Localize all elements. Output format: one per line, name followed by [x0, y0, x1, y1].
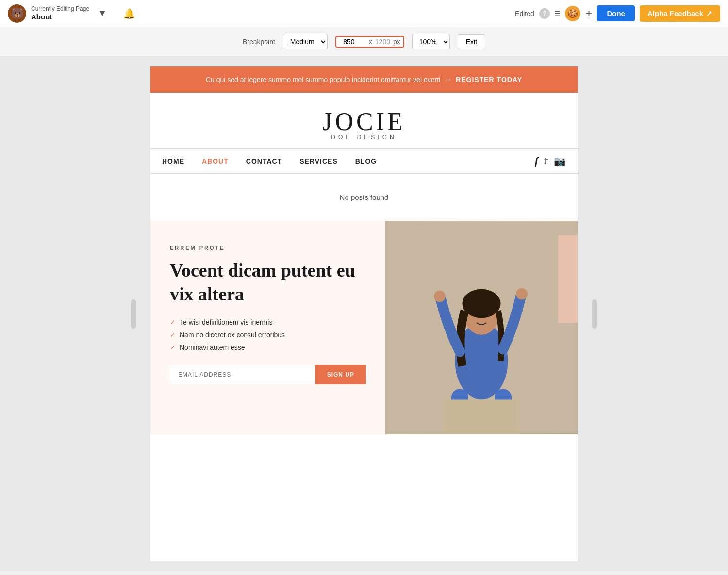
hero-image-placeholder [385, 221, 578, 434]
logo-sub: DOE DESIGN [160, 134, 568, 141]
nav-social: f 𝕥 📷 [535, 155, 566, 167]
svg-point-8 [475, 313, 479, 317]
svg-point-9 [484, 313, 488, 317]
promo-banner: Cu qui sed at legere summo mel summo pop… [150, 66, 578, 93]
width-input[interactable] [339, 38, 366, 46]
signup-button[interactable]: SIGN UP [315, 365, 366, 384]
no-posts-message: No posts found [150, 174, 578, 221]
top-bar-right: Edited ? ≡ 🍪 + Done Alpha Feedback ↗ [515, 5, 720, 22]
nav-services[interactable]: SERVICES [299, 157, 338, 165]
edited-status: Edited [515, 10, 534, 17]
height-value: 1200 [375, 38, 390, 46]
nav-about[interactable]: ABOUT [202, 157, 229, 165]
user-avatar[interactable]: 🍪 [565, 6, 580, 21]
hero-illustration [385, 221, 578, 434]
hero-left: ERREM PROTE Vocent dicam putent eu vix a… [150, 221, 385, 434]
page-title-group: Currently Editing Page About [31, 5, 89, 21]
hero-heading: Vocent dicam putent eu vix altera [170, 259, 366, 307]
breakpoint-label: Breakpoint [243, 38, 275, 46]
check-icon: ✓ [170, 318, 176, 326]
add-button[interactable]: + [585, 7, 592, 20]
register-link[interactable]: REGISTER TODAY [456, 76, 522, 83]
menu-button[interactable]: ≡ [555, 8, 561, 19]
canvas-area: Cu qui sed at legere summo mel summo pop… [0, 57, 728, 571]
alpha-feedback-button[interactable]: Alpha Feedback ↗ [640, 5, 720, 22]
nav-contact[interactable]: CONTACT [246, 157, 282, 165]
hero-section: ERREM PROTE Vocent dicam putent eu vix a… [150, 221, 578, 434]
plus-icon: + [585, 7, 592, 20]
zoom-select[interactable]: 100% 75% 50% [412, 34, 450, 49]
checklist-item-1-text: Te wisi definitionem vis inermis [180, 318, 272, 326]
bell-icon: 🔔 [123, 8, 135, 19]
cookie-icon: 🍪 [567, 8, 578, 19]
exit-button[interactable]: Exit [458, 34, 485, 49]
alpha-feedback-label: Alpha Feedback [647, 9, 703, 17]
logo-area: JOCIE DOE DESIGN [150, 93, 578, 148]
breakpoint-select[interactable]: Medium Small Large [283, 34, 328, 49]
scroll-handle-right[interactable] [592, 299, 597, 329]
facebook-icon[interactable]: f [535, 155, 538, 167]
lines-icon: ≡ [555, 8, 561, 18]
width-input-group: x 1200 px [335, 36, 404, 48]
nav-blog[interactable]: BLOG [355, 157, 377, 165]
promo-text: Cu qui sed at legere summo mel summo pop… [206, 76, 440, 83]
hero-image [385, 221, 578, 434]
notifications-button[interactable]: 🔔 [119, 6, 139, 21]
checklist-item: ✓ Nam no diceret ex consul erroribus [170, 331, 366, 339]
check-icon: ✓ [170, 331, 176, 339]
email-input[interactable] [170, 365, 315, 384]
svg-point-4 [434, 291, 446, 302]
chevron-down-icon: ▼ [98, 8, 107, 18]
no-posts-text: No posts found [340, 193, 389, 201]
hero-checklist: ✓ Te wisi definitionem vis inermis ✓ Nam… [170, 318, 366, 351]
help-icon: ? [543, 10, 546, 17]
page-canvas: Cu qui sed at legere summo mel summo pop… [150, 66, 578, 561]
avatar: 🐻 [8, 4, 26, 23]
instagram-icon[interactable]: 📷 [554, 155, 566, 167]
checklist-item: ✓ Nominavi autem esse [170, 344, 366, 351]
pink-accent [558, 235, 578, 323]
page-dropdown-button[interactable]: ▼ [94, 6, 111, 20]
nav-bar: HOME ABOUT CONTACT SERVICES BLOG f 𝕥 📷 [150, 148, 578, 174]
scroll-handle-left[interactable] [131, 299, 136, 329]
done-button[interactable]: Done [597, 5, 635, 21]
px-label: px [393, 38, 400, 46]
twitter-icon[interactable]: 𝕥 [544, 156, 548, 166]
hero-form: SIGN UP [170, 365, 366, 384]
top-bar-left: 🐻 Currently Editing Page About ▼ 🔔 [8, 4, 515, 23]
checklist-item: ✓ Te wisi definitionem vis inermis [170, 318, 366, 326]
promo-arrow-icon: → [444, 75, 452, 84]
svg-point-5 [516, 288, 528, 300]
breakpoint-bar: Breakpoint Medium Small Large x 1200 px … [0, 27, 728, 57]
help-button[interactable]: ? [539, 8, 550, 19]
avatar-emoji: 🐻 [11, 7, 24, 20]
top-bar: 🐻 Currently Editing Page About ▼ 🔔 Edite… [0, 0, 728, 27]
nav-links: HOME ABOUT CONTACT SERVICES BLOG [162, 157, 377, 165]
nav-home[interactable]: HOME [162, 157, 184, 165]
logo-main: JOCIE [160, 107, 568, 136]
external-link-icon: ↗ [706, 9, 712, 18]
checklist-item-3-text: Nominavi autem esse [180, 344, 245, 351]
checklist-item-2-text: Nam no diceret ex consul erroribus [180, 331, 285, 339]
hero-eyebrow: ERREM PROTE [170, 245, 366, 251]
page-name-label: About [31, 13, 89, 21]
currently-editing-label: Currently Editing Page [31, 5, 89, 12]
svg-rect-6 [443, 400, 520, 435]
check-icon: ✓ [170, 344, 176, 351]
x-separator: x [369, 38, 372, 46]
